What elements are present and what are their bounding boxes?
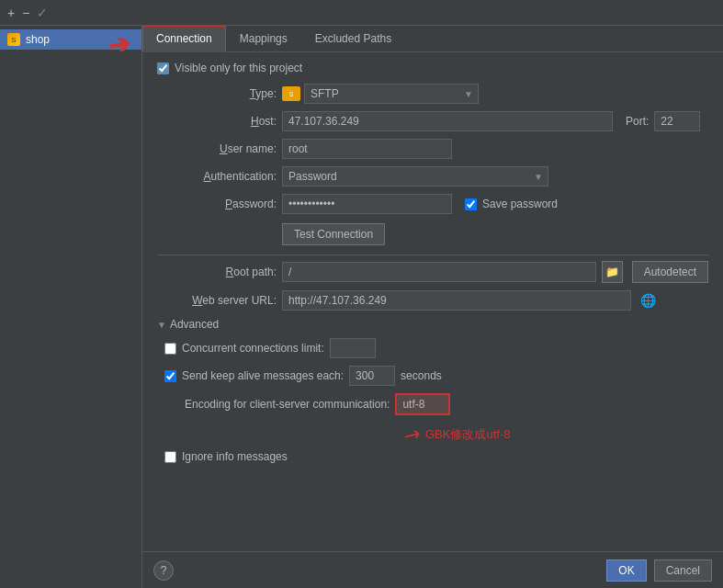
host-input[interactable]: 47.107.36.249 [282, 111, 613, 131]
tab-connection[interactable]: Connection [142, 26, 226, 52]
auth-select-wrapper: Password Key pair ▼ [282, 166, 548, 187]
password-input[interactable] [282, 194, 452, 214]
browse-button[interactable]: 📁 [602, 261, 623, 283]
encoding-label: Encoding for client-server communication… [185, 398, 390, 411]
keepalive-unit: seconds [401, 369, 442, 382]
content-area: Connection Mappings Excluded Paths Visib… [142, 26, 723, 588]
sftp-icon: S [282, 86, 300, 101]
tab-mappings[interactable]: Mappings [226, 26, 301, 51]
web-url-input[interactable]: http://47.107.36.249 [282, 290, 631, 311]
save-password-checkbox[interactable] [465, 198, 477, 210]
cancel-button[interactable]: Cancel [654, 560, 712, 582]
bottom-right: OK Cancel [606, 560, 712, 582]
autodetect-button[interactable]: Autodetect [632, 261, 708, 283]
host-label: Host: [157, 115, 277, 128]
encoding-input[interactable]: utf-8 [395, 393, 450, 415]
auth-row: Authentication: Password Key pair ▼ [157, 166, 708, 187]
advanced-section: ▼ Advanced Concurrent connections limit:… [157, 318, 708, 463]
sidebar-item-shop[interactable]: S shop [0, 29, 141, 50]
remove-icon[interactable]: − [22, 6, 29, 20]
confirm-icon[interactable]: ✓ [37, 6, 48, 20]
bottom-bar: ? OK Cancel [142, 551, 723, 588]
username-row: User name: root [157, 139, 708, 159]
ok-button[interactable]: OK [606, 560, 646, 582]
concurrent-checkbox[interactable] [164, 343, 176, 355]
username-input[interactable]: root [282, 139, 452, 159]
keepalive-label: Send keep alive messages each: [182, 369, 344, 382]
annotation-text: GBK修改成utf-8 [425, 426, 510, 443]
annotation-row: ↗ GBK修改成utf-8 [403, 423, 708, 447]
concurrent-row: Concurrent connections limit: [164, 338, 708, 358]
password-label: Password: [157, 198, 277, 210]
username-label: User name: [157, 142, 277, 155]
save-password-label: Save password [482, 198, 558, 210]
password-row: Password: Save password [157, 194, 708, 214]
ignore-info-checkbox[interactable] [164, 451, 176, 463]
test-connection-button[interactable]: Test Connection [282, 223, 385, 245]
visible-only-label: Visible only for this project [175, 62, 302, 74]
web-icon: 🌐 [640, 293, 656, 308]
test-conn-row: Test Connection [282, 223, 708, 245]
shop-icon: S [7, 33, 20, 46]
keepalive-row: Send keep alive messages each: 300 secon… [164, 366, 708, 386]
auth-label: Authentication: [157, 170, 277, 183]
tabs-bar: Connection Mappings Excluded Paths [142, 26, 723, 52]
sidebar: S shop ➔ [0, 26, 142, 588]
annotation-arrow-icon: ↗ [399, 420, 425, 449]
sidebar-item-label: shop [26, 33, 50, 46]
main-layout: S shop ➔ Connection Mappings Excluded Pa… [0, 26, 723, 588]
root-path-input[interactable]: / [282, 262, 596, 282]
port-input[interactable]: 22 [654, 111, 700, 131]
visible-only-row: Visible only for this project [157, 62, 708, 74]
add-icon[interactable]: + [7, 6, 15, 20]
help-button[interactable]: ? [153, 560, 174, 581]
advanced-header[interactable]: ▼ Advanced [157, 318, 708, 331]
tab-excluded-paths[interactable]: Excluded Paths [301, 26, 405, 51]
form-area: Visible only for this project Type: S SF… [142, 52, 723, 551]
type-row: Type: S SFTP ▼ [157, 84, 708, 104]
root-path-label: Root path: [157, 266, 277, 278]
web-url-row: Web server URL: http://47.107.36.249 🌐 [157, 290, 708, 311]
web-url-label: Web server URL: [157, 294, 277, 307]
type-select[interactable]: SFTP [304, 84, 479, 104]
concurrent-label: Concurrent connections limit: [182, 342, 324, 355]
type-label: Type: [157, 87, 277, 100]
type-select-wrapper: S SFTP ▼ [282, 84, 479, 104]
visible-only-checkbox[interactable] [157, 62, 169, 74]
advanced-content: Concurrent connections limit: Send keep … [157, 338, 708, 463]
encoding-row: Encoding for client-server communication… [164, 393, 708, 415]
port-label: Port: [626, 115, 649, 128]
advanced-toggle-icon: ▼ [157, 320, 166, 330]
type-select-container: SFTP ▼ [304, 84, 479, 104]
ignore-info-label: Ignore info messages [182, 450, 288, 463]
save-pw-row: Save password [465, 198, 558, 210]
root-path-row: Root path: / 📁 Autodetect [157, 261, 708, 283]
top-toolbar: + − ✓ [0, 0, 723, 26]
host-row: Host: 47.107.36.249 Port: 22 [157, 111, 708, 131]
concurrent-input[interactable] [330, 338, 376, 358]
auth-select[interactable]: Password Key pair [282, 166, 548, 187]
keepalive-checkbox[interactable] [164, 370, 176, 382]
keepalive-input[interactable]: 300 [349, 366, 395, 386]
ignore-info-row: Ignore info messages [164, 450, 708, 463]
advanced-label: Advanced [170, 318, 219, 331]
